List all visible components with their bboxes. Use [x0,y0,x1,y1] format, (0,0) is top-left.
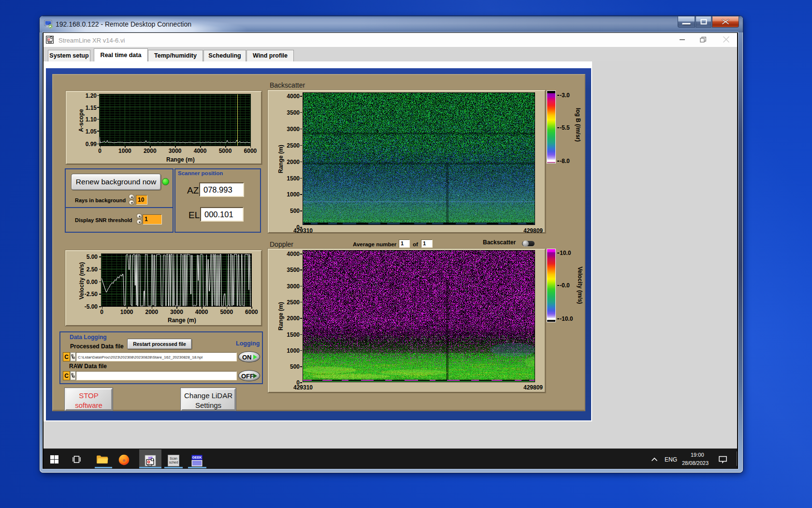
svg-text:sched: sched [169,461,178,464]
svg-text:Scan: Scan [170,457,177,460]
svg-text:GEEK: GEEK [192,456,202,459]
